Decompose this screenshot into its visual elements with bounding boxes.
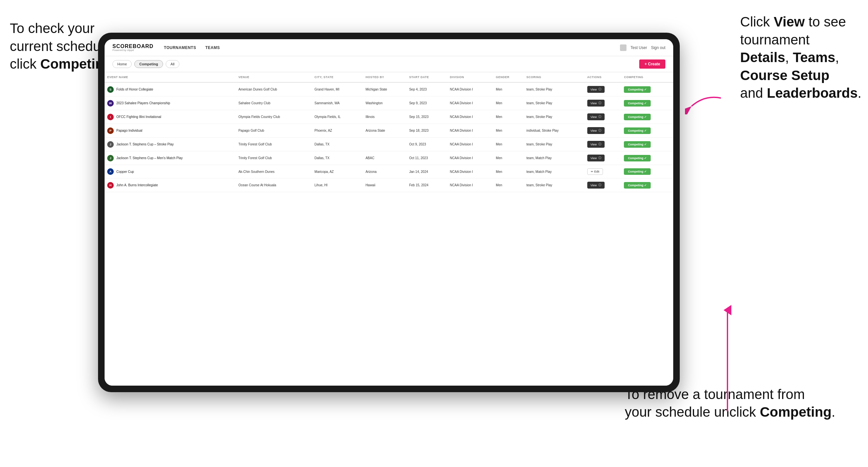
view-button[interactable]: View ⓘ	[587, 182, 604, 189]
cell-competing[interactable]: Competing ✓	[621, 110, 673, 124]
table-header-row: EVENT NAME VENUE CITY, STATE HOSTED BY S…	[104, 72, 673, 82]
info-icon: ⓘ	[598, 115, 601, 119]
table-row: P Papago Individual Papago Golf ClubPhoe…	[104, 124, 673, 137]
cell-scoring: team, Stroke Play	[524, 96, 585, 110]
competing-button[interactable]: Competing ✓	[624, 141, 651, 148]
cell-competing[interactable]: Competing ✓	[621, 96, 673, 110]
brand-name: SCOREBOARD	[113, 44, 154, 49]
team-logo: P	[107, 127, 114, 134]
cell-hosted-by: Washington	[363, 96, 407, 110]
cell-venue: Sahalee Country Club	[236, 96, 312, 110]
annotation-top-right: Click View to seetournamentDetails, Team…	[740, 13, 862, 102]
cell-competing[interactable]: Competing ✓	[621, 124, 673, 137]
nav-right: Test User Sign out	[620, 44, 665, 51]
cell-start-date: Sep 9, 2023	[407, 96, 447, 110]
cell-event-name: W 2023 Sahalee Players Championship	[104, 96, 236, 110]
tablet-device: SCOREBOARD Powered by clippd TOURNAMENTS…	[98, 33, 680, 392]
cell-city-state: Grand Haven, MI	[312, 82, 363, 96]
event-name-text: Jackson T. Stephens Cup – Stroke Play	[116, 143, 174, 146]
table-body: S Folds of Honor Collegiate American Dun…	[104, 82, 673, 192]
view-button[interactable]: View ⓘ	[587, 127, 604, 134]
cell-start-date: Sep 15, 2023	[407, 110, 447, 124]
competing-button[interactable]: Competing ✓	[624, 168, 651, 175]
competing-button[interactable]: Competing ✓	[624, 86, 651, 93]
cell-actions[interactable]: ✏ Edit	[585, 165, 622, 179]
cell-competing[interactable]: Competing ✓	[621, 137, 673, 151]
cell-actions[interactable]: View ⓘ	[585, 96, 622, 110]
signout-link[interactable]: Sign out	[651, 45, 665, 50]
tablet-screen: SCOREBOARD Powered by clippd TOURNAMENTS…	[104, 39, 673, 385]
edit-button[interactable]: ✏ Edit	[587, 168, 603, 175]
view-button[interactable]: View ⓘ	[587, 155, 604, 161]
create-button[interactable]: + Create	[639, 60, 665, 69]
cell-event-name: A Copper Cup	[104, 165, 236, 179]
info-icon: ⓘ	[598, 128, 601, 133]
cell-division: NCAA Division I	[447, 124, 494, 137]
cell-scoring: team, Stroke Play	[524, 110, 585, 124]
cell-gender: Men	[493, 124, 524, 137]
competing-button[interactable]: Competing ✓	[624, 127, 651, 134]
navbar: SCOREBOARD Powered by clippd TOURNAMENTS…	[104, 39, 673, 56]
cell-actions[interactable]: View ⓘ	[585, 151, 622, 165]
view-button[interactable]: View ⓘ	[587, 141, 604, 148]
cell-event-name: J Jackson T. Stephens Cup – Men's Match …	[104, 151, 236, 165]
col-venue: VENUE	[236, 72, 312, 82]
cell-division: NCAA Division I	[447, 137, 494, 151]
cell-gender: Men	[493, 137, 524, 151]
cell-gender: Men	[493, 110, 524, 124]
competing-button[interactable]: Competing ✓	[624, 155, 651, 161]
competing-filter-button[interactable]: Competing	[134, 60, 163, 68]
home-filter-button[interactable]: Home	[113, 60, 132, 68]
cell-scoring: team, Stroke Play	[524, 82, 585, 96]
team-logo: W	[107, 100, 114, 106]
cell-division: NCAA Division I	[447, 179, 494, 192]
table-row: J Jackson T. Stephens Cup – Stroke Play …	[104, 137, 673, 151]
view-button[interactable]: View ⓘ	[587, 100, 604, 106]
nav-teams[interactable]: TEAMS	[205, 45, 220, 50]
nav-tournaments[interactable]: TOURNAMENTS	[164, 45, 196, 50]
table-row: J Jackson T. Stephens Cup – Men's Match …	[104, 151, 673, 165]
cell-city-state: Sammamish, WA	[312, 96, 363, 110]
competing-button[interactable]: Competing ✓	[624, 182, 651, 189]
table-row: W 2023 Sahalee Players Championship Saha…	[104, 96, 673, 110]
cell-competing[interactable]: Competing ✓	[621, 179, 673, 192]
cell-event-name: S Folds of Honor Collegiate	[104, 82, 236, 96]
cell-city-state: Olympia Fields, IL	[312, 110, 363, 124]
cell-scoring: team, Stroke Play	[524, 179, 585, 192]
brand-sub: Powered by clippd	[113, 49, 154, 52]
view-button[interactable]: View ⓘ	[587, 86, 604, 93]
cell-gender: Men	[493, 165, 524, 179]
table-row: I OFCC Fighting Illini Invitational Olym…	[104, 110, 673, 124]
cell-start-date: Jan 14, 2024	[407, 165, 447, 179]
cell-venue: Ak-Chin Southern Dunes	[236, 165, 312, 179]
cell-city-state: Phoenix, AZ	[312, 124, 363, 137]
cell-actions[interactable]: View ⓘ	[585, 137, 622, 151]
all-filter-button[interactable]: All	[166, 60, 179, 68]
info-icon: ⓘ	[598, 156, 601, 160]
cell-actions[interactable]: View ⓘ	[585, 110, 622, 124]
cell-competing[interactable]: Competing ✓	[621, 151, 673, 165]
cell-competing[interactable]: Competing ✓	[621, 82, 673, 96]
competing-button[interactable]: Competing ✓	[624, 114, 651, 120]
cell-actions[interactable]: View ⓘ	[585, 124, 622, 137]
event-name-text: Folds of Honor Collegiate	[116, 88, 153, 91]
cell-venue: Trinity Forest Golf Club	[236, 151, 312, 165]
cell-actions[interactable]: View ⓘ	[585, 179, 622, 192]
nav-links: TOURNAMENTS TEAMS	[164, 45, 220, 50]
tournaments-table-container: EVENT NAME VENUE CITY, STATE HOSTED BY S…	[104, 72, 673, 385]
cell-division: NCAA Division I	[447, 151, 494, 165]
event-name-text: Copper Cup	[116, 170, 134, 174]
info-icon: ⓘ	[598, 87, 601, 92]
cell-city-state: Maricopa, AZ	[312, 165, 363, 179]
cell-competing[interactable]: Competing ✓	[621, 165, 673, 179]
competing-button[interactable]: Competing ✓	[624, 100, 651, 106]
cell-scoring: individual, Stroke Play	[524, 124, 585, 137]
table-row: H John A. Burns Intercollegiate Ocean Co…	[104, 179, 673, 192]
col-gender: GENDER	[493, 72, 524, 82]
cell-actions[interactable]: View ⓘ	[585, 82, 622, 96]
cell-event-name: P Papago Individual	[104, 124, 236, 137]
col-start-date: START DATE	[407, 72, 447, 82]
col-scoring: SCORING	[524, 72, 585, 82]
cell-scoring: team, Stroke Play	[524, 137, 585, 151]
view-button[interactable]: View ⓘ	[587, 114, 604, 120]
